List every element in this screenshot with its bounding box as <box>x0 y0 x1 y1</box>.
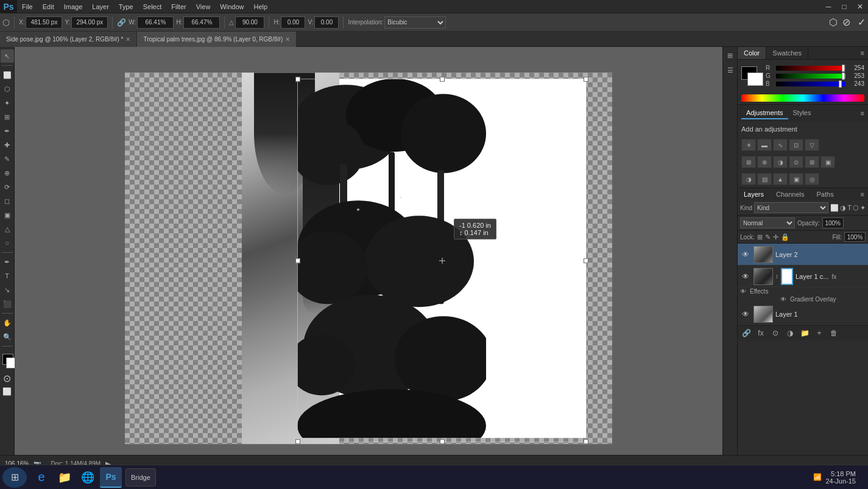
layer-style-button[interactable]: fx <box>755 328 767 339</box>
color-panel-menu[interactable]: ≡ <box>857 47 868 59</box>
type-filter-icon[interactable]: T <box>847 204 852 212</box>
menu-image[interactable]: Image <box>59 2 88 12</box>
minimize-button[interactable]: ─ <box>820 0 836 13</box>
adj-panel-menu[interactable]: ≡ <box>861 110 864 117</box>
handle-ml[interactable] <box>295 258 300 263</box>
layer-1c-visibility[interactable]: 👁 <box>740 271 751 282</box>
quick-mask-icon[interactable]: ⊙ <box>3 373 11 384</box>
blend-mode-select[interactable]: Normal Multiply Screen Overlay <box>740 217 795 228</box>
pen-tool[interactable]: ✒ <box>1 255 14 269</box>
vibrance-adj[interactable]: ▽ <box>805 139 819 151</box>
link-layers-button[interactable]: 🔗 <box>740 328 752 339</box>
handle-mr[interactable] <box>584 258 588 263</box>
opacity-input[interactable] <box>822 217 844 228</box>
handle-tc[interactable] <box>440 77 445 82</box>
layers-panel-menu[interactable]: ≡ <box>857 188 868 200</box>
lock-all-icon[interactable]: 🔒 <box>781 233 789 241</box>
artboard-icon[interactable]: ⊞ <box>724 49 736 62</box>
menu-type[interactable]: Type <box>114 2 138 12</box>
channels-tab[interactable]: Channels <box>770 188 810 200</box>
r-thumb[interactable] <box>842 65 845 72</box>
adj-layer-button[interactable]: ◑ <box>784 328 796 339</box>
hskew-input[interactable] <box>281 16 305 29</box>
shape-tool[interactable]: ⬛ <box>1 297 14 311</box>
canvas-area[interactable]: -1 0.620 in ↕ 0.147 in <box>15 47 722 455</box>
smart-filter-icon[interactable]: ✦ <box>860 204 866 212</box>
explorer-taskbar-icon[interactable]: 📁 <box>54 467 76 488</box>
path-select-tool[interactable]: ↘ <box>1 283 14 297</box>
invert-adj[interactable]: ◑ <box>741 173 756 185</box>
handle-bc[interactable] <box>440 439 445 444</box>
b-slider[interactable] <box>776 82 845 86</box>
pixel-filter-icon[interactable]: ⬜ <box>830 204 839 212</box>
levels-adj[interactable]: ▬ <box>757 139 772 151</box>
layer-2-visibility[interactable]: 👁 <box>740 249 751 260</box>
layer-1-visibility[interactable]: 👁 <box>740 309 751 320</box>
warp-icon[interactable]: ⬡ <box>829 16 838 28</box>
colorbal-adj[interactable]: ⊕ <box>757 156 772 168</box>
b-thumb[interactable] <box>839 80 842 88</box>
layers-tab[interactable]: Layers <box>738 188 770 200</box>
menu-window[interactable]: Window <box>215 2 249 12</box>
select-color-adj[interactable]: ◎ <box>805 173 819 185</box>
photo-filter-adj[interactable]: ⊙ <box>789 156 803 168</box>
layer-mask-button[interactable]: ⊙ <box>769 328 782 339</box>
tab-close-side-pose[interactable]: ✕ <box>125 36 130 43</box>
menu-layer[interactable]: Layer <box>87 2 114 12</box>
bw-adj[interactable]: ◑ <box>773 156 788 168</box>
layer-2-item[interactable]: 👁 Layer 2 <box>738 244 868 266</box>
curves-adj[interactable]: ∿ <box>773 139 788 151</box>
h-input[interactable] <box>183 16 220 29</box>
lock-position-icon[interactable]: ✛ <box>773 233 778 241</box>
history-tool[interactable]: ⟳ <box>1 180 14 194</box>
cancel-transform-icon[interactable]: ⊘ <box>842 16 850 28</box>
tab-close-palm-trees[interactable]: ✕ <box>285 36 290 43</box>
close-button[interactable]: ✕ <box>852 0 868 13</box>
menu-select[interactable]: Select <box>138 2 167 12</box>
effects-vis-icon[interactable]: 👁 <box>740 288 746 295</box>
menu-edit[interactable]: Edit <box>38 2 59 12</box>
handle-tl[interactable] <box>295 77 300 82</box>
zoom-tool[interactable]: 🔍 <box>1 330 14 343</box>
color-lookup-adj[interactable]: ▣ <box>820 156 835 168</box>
brush-tool[interactable]: ✎ <box>1 152 14 166</box>
eyedropper-tool[interactable]: ✒ <box>1 124 14 138</box>
handle-tr[interactable] <box>584 77 588 82</box>
brightness-adj[interactable]: ☀ <box>741 139 756 151</box>
eraser-tool[interactable]: ◻ <box>1 194 14 208</box>
adjustments-tab[interactable]: Adjustments <box>741 107 788 119</box>
handle-br[interactable] <box>584 439 588 444</box>
menu-view[interactable]: View <box>191 2 216 12</box>
swatches-tab[interactable]: Swatches <box>766 47 808 59</box>
crop-tool[interactable]: ⊞ <box>1 110 14 124</box>
fg-bg-color-boxes[interactable] <box>741 66 763 86</box>
chrome-taskbar-icon[interactable]: 🌐 <box>77 467 99 488</box>
delete-layer-button[interactable]: 🗑 <box>828 328 840 339</box>
fill-input[interactable] <box>844 232 866 242</box>
menu-filter[interactable]: Filter <box>166 2 191 12</box>
huesat-adj[interactable]: ⊞ <box>741 156 756 168</box>
lock-transparent-icon[interactable]: ⊞ <box>757 233 763 241</box>
menu-help[interactable]: Help <box>249 2 272 12</box>
ps-taskbar-icon[interactable]: Ps <box>100 467 122 488</box>
handle-bl[interactable] <box>295 439 300 444</box>
move-tool[interactable]: ↖ <box>1 49 14 63</box>
quick-select-tool[interactable]: ✦ <box>1 96 14 110</box>
y-input[interactable] <box>71 16 108 29</box>
layer-1-item[interactable]: 👁 Layer 1 <box>738 303 868 325</box>
x-input[interactable] <box>26 16 62 29</box>
rot-input[interactable] <box>235 16 264 29</box>
paths-tab[interactable]: Paths <box>811 188 840 200</box>
tab-side-pose[interactable]: Side pose.jpg @ 106% (Layer 2, RGB/8#) *… <box>0 32 137 47</box>
dodge-tool[interactable]: ○ <box>1 236 14 250</box>
interp-select[interactable]: Bicubic Bilinear Nearest Neighbor <box>384 16 446 29</box>
properties-icon[interactable]: ☰ <box>724 64 736 76</box>
shape-filter-icon[interactable]: ⬡ <box>853 204 859 212</box>
screen-mode-icon[interactable]: ⬜ <box>2 387 12 396</box>
bridge-taskbar-item[interactable]: Bridge <box>125 468 156 487</box>
gradient-overlay-vis-icon[interactable]: 👁 <box>780 296 786 303</box>
lasso-tool[interactable]: ⬡ <box>1 82 14 96</box>
blur-tool[interactable]: △ <box>1 222 14 236</box>
clone-tool[interactable]: ⊕ <box>1 166 14 180</box>
hand-tool[interactable]: ✋ <box>1 316 14 329</box>
